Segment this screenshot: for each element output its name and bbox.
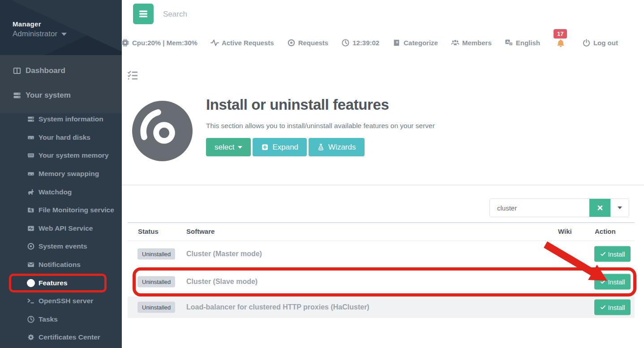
- terminal-icon: [27, 297, 35, 305]
- software-name: Cluster (Master mode): [186, 250, 262, 258]
- sidebar-item-your-system-memory[interactable]: Your system memory: [0, 146, 122, 165]
- install-label: Install: [608, 250, 625, 258]
- table-row-load-balancer: Uninstalled Load-balancer for clustered …: [128, 296, 635, 318]
- install-label: Install: [608, 278, 625, 285]
- sidebar-item-your-system[interactable]: Your system: [0, 83, 122, 107]
- install-button-load-balancer[interactable]: Install: [594, 300, 631, 315]
- table-top-border: [128, 222, 635, 223]
- sidebar-item-label: Dashboard: [26, 66, 65, 75]
- install-label: Install: [608, 304, 625, 311]
- bell-icon: [556, 39, 566, 48]
- columns-icon: [13, 66, 21, 75]
- sidebar-item-label: Features: [39, 279, 68, 287]
- envelope-icon: [27, 261, 35, 269]
- status-badge: Uninstalled: [137, 302, 175, 313]
- clear-filter-button[interactable]: [589, 199, 610, 217]
- sidebar-item-your-hard-disks[interactable]: Your hard disks: [0, 129, 122, 147]
- language-menu-item[interactable]: English: [505, 39, 540, 47]
- install-button-cluster-slave[interactable]: Install: [594, 274, 631, 290]
- dog-icon: [27, 188, 35, 196]
- sidebar-item-label: Web API Service: [39, 224, 93, 232]
- select-dropdown-button[interactable]: select: [206, 138, 251, 156]
- sidebar-item-watchdog[interactable]: Watchdog: [0, 183, 122, 201]
- check-icon: [600, 279, 606, 285]
- members-label: Members: [462, 39, 492, 47]
- table-row-cluster-slave: Uninstalled Cluster (Slave mode) Install: [128, 267, 635, 296]
- content-area: Cpu:20% | Mem:30% Active Requests Reques…: [122, 0, 644, 348]
- window-pulse-icon: [27, 224, 35, 232]
- sidebar-item-system-events[interactable]: System events: [0, 237, 122, 256]
- table-filter-group: [489, 198, 629, 217]
- sidebar-item-features[interactable]: Features: [0, 274, 122, 292]
- select-label: select: [215, 143, 234, 152]
- book-icon: [392, 39, 401, 47]
- disc-icon: [27, 279, 35, 287]
- sidebar-item-label: System events: [39, 242, 87, 250]
- sidebar: Manager Administrator Dashboard Your sys…: [0, 0, 122, 348]
- status-badge: Uninstalled: [137, 276, 175, 288]
- chevron-down-icon: [61, 33, 67, 36]
- sidebar-item-file-monitoring-service[interactable]: File Monitoring service: [0, 201, 122, 219]
- section-divider: [122, 185, 644, 185]
- sidebar-item-tasks[interactable]: Tasks: [0, 310, 122, 329]
- sidebar-item-label: OpenSSH server: [39, 297, 93, 305]
- active-requests-menu-item[interactable]: Active Requests: [210, 39, 274, 47]
- filter-input[interactable]: [490, 199, 589, 217]
- chevron-down-icon: [238, 146, 242, 149]
- user-block: Manager Administrator: [0, 0, 122, 55]
- hdd-icon: [27, 133, 35, 142]
- sidebar-item-label: Certificates Center: [39, 333, 100, 341]
- primary-nav: Dashboard Your system: [0, 55, 122, 113]
- expand-button[interactable]: Expand: [253, 138, 307, 156]
- filter-options-dropdown[interactable]: [610, 199, 629, 217]
- categorize-menu-item[interactable]: Categorize: [392, 39, 438, 47]
- sidebar-item-system-information[interactable]: System information: [0, 110, 122, 129]
- wizards-label: Wizards: [328, 143, 356, 152]
- folder-search-icon: [27, 206, 35, 214]
- members-menu-item[interactable]: Members: [451, 39, 492, 47]
- system-subnav: System information Your hard disks Your …: [0, 110, 122, 347]
- members-icon: [451, 39, 459, 47]
- cpu-mem-status[interactable]: Cpu:20% | Mem:30%: [121, 39, 197, 47]
- status-bar: Cpu:20% | Mem:30% Active Requests Reques…: [122, 35, 644, 50]
- user-role-dropdown[interactable]: Administrator: [13, 30, 67, 39]
- logout-menu-item[interactable]: Log out: [582, 39, 618, 47]
- sidebar-item-label: System information: [39, 115, 103, 123]
- table-row-cluster-master: Uninstalled Cluster (Master mode) Instal…: [128, 241, 635, 267]
- user-role-label: Administrator: [13, 30, 57, 39]
- expand-label: Expand: [272, 143, 298, 152]
- clock-status[interactable]: 12:39:02: [341, 39, 379, 47]
- sidebar-item-openssh-server[interactable]: OpenSSH server: [0, 292, 122, 310]
- install-button-cluster-master[interactable]: Install: [594, 246, 631, 262]
- ram-icon: [27, 151, 35, 159]
- search-input[interactable]: [163, 8, 306, 21]
- task-list-icon: [127, 69, 138, 81]
- wizards-button[interactable]: Wizards: [309, 138, 364, 156]
- eye-icon: [27, 242, 35, 250]
- admin-panel: Manager Administrator Dashboard Your sys…: [0, 0, 644, 348]
- sidebar-item-notifications[interactable]: Notifications: [0, 256, 122, 274]
- cpu-icon: [121, 39, 129, 47]
- hdd-icon: [27, 170, 35, 178]
- features-page: Install or uninstall features This secti…: [122, 63, 644, 348]
- menu-toggle-button[interactable]: [133, 4, 154, 24]
- sidebar-item-label: Memory swapping: [39, 170, 99, 178]
- page-actions: select Expand Wizards: [206, 138, 365, 156]
- column-header-action: Action: [595, 228, 616, 235]
- sidebar-item-certificates-center[interactable]: Certificates Center: [0, 328, 122, 347]
- plus-square-icon: [261, 143, 269, 151]
- sidebar-item-memory-swapping[interactable]: Memory swapping: [0, 165, 122, 183]
- sidebar-item-web-api-service[interactable]: Web API Service: [0, 219, 122, 238]
- requests-label: Requests: [298, 39, 329, 47]
- sidebar-item-dashboard[interactable]: Dashboard: [0, 58, 122, 83]
- certificate-icon: [27, 333, 35, 341]
- sidebar-item-label: Your system: [26, 91, 71, 100]
- time-label: 12:39:02: [352, 39, 379, 47]
- close-icon: [597, 204, 604, 211]
- requests-menu-item[interactable]: Requests: [287, 39, 329, 47]
- clock-icon: [27, 315, 35, 323]
- status-badge: Uninstalled: [137, 249, 175, 260]
- chevron-down-icon: [618, 206, 622, 209]
- notifications-bell[interactable]: 17: [553, 35, 569, 50]
- pulse-icon: [210, 39, 219, 47]
